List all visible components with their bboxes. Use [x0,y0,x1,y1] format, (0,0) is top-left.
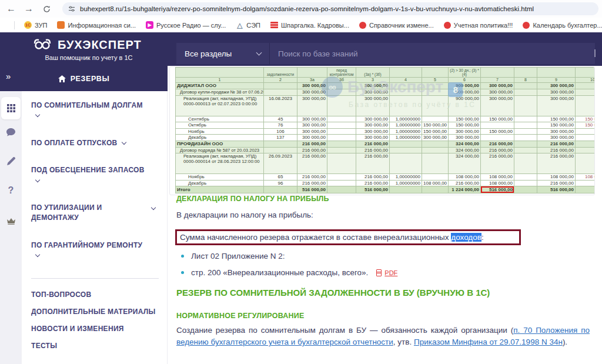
bookmark-item[interactable]: Учетная политика!!! [444,22,513,29]
chevron-down-icon [151,205,156,210]
table-cell: Декабрь [176,180,264,186]
bookmark-item[interactable]: 1СЗУП [24,21,47,29]
sidebar-item[interactable]: НОВОСТИ И ИЗМЕНЕНИЯ [31,325,159,333]
table-cell: 216 000,00 [356,141,390,147]
forward-icon[interactable]: → [22,2,35,15]
table-row: Декабрь137300 000,00300 000,001,00000000… [176,135,596,141]
sidebar-item[interactable]: ПОД ОБЕСЦЕНЕНИЕ ЗАПАСОВ [31,165,159,186]
sidebar-item-label: ПО УТИЛИЗАЦИИ И ДЕМОНТАЖУ [31,203,102,222]
table-row: ДИДЖИТАЛ ООО300 000,00300 000,00900 000,… [176,83,596,89]
sidebar-item[interactable]: ДОПОЛНИТЕЛЬНЫЕ МАТЕРИАЛЫ [31,308,159,316]
table-cell [390,95,422,116]
paragraph-text: , утв. [393,338,414,346]
sidebar-nav: ПО СОМНИТЕЛЬНЫМ ДОЛГАМПО ОПЛАТЕ ОТПУСКОВ… [22,91,168,364]
bookmark-item[interactable]: ▶Русское Радио — слу... [146,21,226,29]
table-cell: 900 000,00 [449,95,481,116]
bullet-icon [181,271,184,274]
home-icon [58,75,66,82]
sidebar-item[interactable]: ПО ОПЛАТЕ ОТПУСКОВ [31,138,159,148]
table-cell: 108 000,00 [537,174,576,181]
brand-logo[interactable]: БУХЭКСПЕРТ [33,38,142,52]
table-cell: Реализация (акт, накладная, УПД) 0000-00… [176,153,264,174]
table-cell [422,83,449,89]
bullet-icon [181,255,184,258]
table-cell: 1,00000000 [390,116,422,122]
table-cell: 300 000,00 [356,128,390,135]
table-cell: 1,00000000 [390,174,422,181]
table-cell [264,186,297,193]
table-cell [481,135,514,141]
sidebar-title: РЕЗЕРВЫ [71,75,110,83]
search-bar: Все разделы [176,43,595,64]
bullet-text: Лист 02 Приложение N 2: [191,252,285,261]
table-cell: 324 000,00 [449,141,481,147]
bookmark-label: Шпаргалка. Кадровы... [281,22,349,29]
bookmark-item[interactable]: Информационная си... [57,21,136,29]
table-cell: 216 000,00 [537,147,576,153]
bookmark-item[interactable]: △СЭП [236,21,260,29]
statement-text: Сумма начисленного резерва отражается в … [180,233,451,242]
intro-paragraph: В декларации по налогу на прибыль: [176,211,313,219]
table-cell [576,135,596,141]
question-icon: ? [8,185,14,196]
table-cell: 3б [327,78,356,83]
search-input[interactable] [270,43,595,64]
sections-dropdown-label: Все разделы [185,49,232,58]
table-cell: 108 000,00 [422,180,449,186]
sidebar-item[interactable]: ТЕСТЫ [31,342,159,350]
table-cell: 3а [297,78,327,83]
collapse-sidebar-icon[interactable]: » [6,71,11,81]
table-cell: 300 000,00 [449,128,481,135]
site-settings-icon[interactable] [68,5,75,12]
table-cell: 5 [422,78,449,83]
rail-item-premium[interactable] [0,218,22,225]
table-cell: 150 000,00 [537,122,576,129]
brand-name: БУХЭКСПЕРТ [58,38,142,52]
table-row: Октябрь76300 000,00300 000,001,000000001… [176,122,596,129]
back-icon[interactable]: ← [5,2,18,15]
selected-text: доходов [451,233,481,242]
url-bar[interactable]: buhexpert8.ru/1s-buhgalteriya/rezerv-po-… [62,2,598,15]
rail-item-comments[interactable] [0,128,22,136]
table-cell: 216 000,00 [297,174,327,181]
table-cell [514,128,537,135]
bookmark-item[interactable]: Справочник измене... [359,22,434,29]
sidebar-item[interactable]: ПО ГАРАНТИЙНОМУ РЕМОНТУ [31,241,159,261]
table-cell [514,95,537,116]
table-cell: 300 000,00 [481,89,514,95]
icon-rail: ? [0,91,22,364]
rail-item-sections[interactable] [1,97,21,119]
bookmark-item[interactable]: Календарь бухгалтер... [523,22,602,29]
table-cell: 300 000,00 [356,135,390,141]
table-cell: 300 000,00 [481,95,514,116]
table-cell: 150 000,00 [537,116,576,122]
bookmark-item[interactable]: Шпаргалка. Кадровы... [270,22,349,29]
sidebar-item-label: ПО СОМНИТЕЛЬНЫМ ДОЛГАМ [31,101,143,109]
table-row: Сентябрь45300 000,00300 000,001,00000000… [176,116,596,122]
sections-dropdown[interactable]: Все разделы [176,43,269,64]
table-cell [327,135,356,141]
minfin-order-link[interactable]: Приказом Минфина от 29.07.1998 N 34н [414,338,563,346]
pdf-link[interactable]: PDF [384,269,397,276]
table-cell: 2 [264,78,297,83]
table-cell: Договор подряда № 587 от 20.03.2023 [176,147,264,153]
report-table-scroll-area[interactable]: задолженностиперед контрагентом(3а) * (3… [169,66,595,195]
table-row: задолженностиперед контрагентом(3а) * (3… [176,68,596,78]
bookmark-favicon: 1С [24,21,32,29]
table-cell: 108 000,00 [481,174,514,181]
rail-item-help[interactable]: ? [0,185,22,196]
table-cell: 300 000,00 [356,89,390,95]
table-cell [327,83,356,89]
reload-icon[interactable] [40,2,53,15]
table-cell [327,128,356,135]
sidebar-item[interactable]: ПО СОМНИТЕЛЬНЫМ ДОЛГАМ [31,101,159,121]
sidebar-item[interactable]: ПО УТИЛИЗАЦИИ И ДЕМОНТАЖУ [31,203,159,223]
sidebar-item[interactable]: ТОП-ВОПРОСОВ [31,290,159,299]
table-cell: 150 000,00 [481,116,514,122]
rail-item-edit[interactable] [0,157,22,165]
bullet-text: стр. 200 «Внереализационные расходы, все… [191,268,368,277]
table-cell: 300 000,00 [297,135,327,141]
table-cell: 300 000,00 [356,116,390,122]
table-cell [576,180,596,186]
table-cell [514,141,537,147]
